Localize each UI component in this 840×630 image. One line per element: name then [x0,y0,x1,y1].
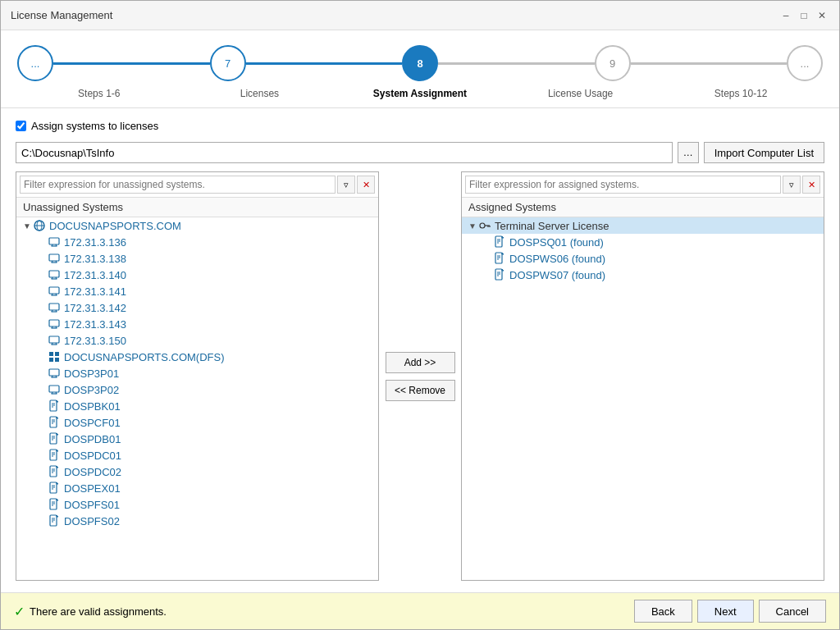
tree-toggle [482,254,493,263]
wizard-steps: ... 7 8 9 ... Steps 1-6 Lic [1,30,839,108]
steps-row: ... 7 8 9 ... [17,45,823,81]
tree-item-label: DOSP3P02 [64,384,119,396]
footer: ✓ There are valid assignments. Back Next… [1,592,839,629]
tree-item[interactable]: DOSPFS01 [16,496,378,513]
tree-item[interactable]: 172.31.3.142 [16,299,378,316]
tree-item-icon [48,285,61,298]
tree-item[interactable]: ▼DOCUSNAPSPORTS.COM [16,217,378,234]
path-row: … Import Computer List [16,142,824,163]
tree-item-label: 172.31.3.142 [64,302,126,314]
tree-item-label: Terminal Server License [495,220,609,232]
tree-item[interactable]: DOSPDB01 [16,431,378,447]
tree-toggle [36,402,48,411]
tree-item[interactable]: 172.31.3.150 [16,332,378,349]
svg-rect-39 [49,386,59,392]
tree-toggle [36,271,48,280]
path-browse-button[interactable]: … [678,142,699,163]
tree-item[interactable]: DOSPFS02 [16,513,378,529]
tree-item[interactable]: 172.31.3.140 [16,267,378,283]
tree-item-icon [493,268,506,281]
tree-toggle [482,238,493,247]
tree-item-label: DOSPSQ01 (found) [509,236,604,249]
tree-item[interactable]: DOSPSQ01 (found) [462,234,824,250]
assigned-panel: ▿ ✕ Assigned Systems ▼Terminal Server Li… [461,171,824,581]
step-2-label: Licenses [180,88,340,99]
tree-item-label: DOSPEX01 [64,482,121,495]
assigned-filter-button[interactable]: ▿ [783,176,801,194]
step-1-circle[interactable]: ... [17,45,53,81]
tree-item[interactable]: DOSPDC02 [16,463,378,480]
next-button[interactable]: Next [697,600,754,623]
window-controls: – □ ✕ [778,8,829,23]
tree-toggle [36,517,48,526]
close-button[interactable]: ✕ [815,8,829,23]
tree-item-icon [48,498,61,511]
tree-item[interactable]: DOSP3P02 [16,381,378,398]
step-3-circle[interactable]: 8 [402,45,438,81]
middle-buttons: Add >> << Remove [379,171,461,581]
tree-item-icon [48,514,61,527]
assign-label[interactable]: Assign systems to licenses [31,120,158,132]
path-input[interactable] [16,142,673,163]
tree-item[interactable]: 172.31.3.141 [16,283,378,299]
tree-item-icon [48,252,61,265]
tree-item[interactable]: DOSPBK01 [16,398,378,414]
footer-buttons: Back Next Cancel [634,600,826,623]
status-check-icon: ✓ [14,604,25,619]
tree-item-label: DOSPDC02 [64,466,121,478]
cancel-button[interactable]: Cancel [759,600,826,623]
remove-button[interactable]: << Remove [386,380,455,401]
unassigned-filter-clear-button[interactable]: ✕ [357,176,375,194]
tree-item[interactable]: ▼Terminal Server License [462,217,824,234]
svg-rect-33 [49,358,53,362]
panels: ▿ ✕ Unassigned Systems ▼DOCUSNAPSPORTS.C… [16,171,824,581]
tree-item-icon [48,383,61,396]
tree-item-icon [48,350,61,363]
tree-item[interactable]: DOSPDC01 [16,447,378,463]
assigned-tree[interactable]: ▼Terminal Server License DOSPSQ01 (found… [462,217,824,580]
tree-item-icon [48,334,61,347]
back-button[interactable]: Back [634,600,692,623]
tree-toggle [36,336,48,345]
tree-item-label: DOSPWS07 (found) [509,269,605,281]
import-computer-list-button[interactable]: Import Computer List [704,142,824,163]
tree-toggle [36,320,48,329]
status-text: There are valid assignments. [30,605,167,618]
step-4-circle[interactable]: 9 [595,45,631,81]
assigned-filter-clear-button[interactable]: ✕ [802,176,820,194]
step-5-circle[interactable]: ... [787,45,823,81]
tree-item[interactable]: 172.31.3.138 [16,250,378,267]
tree-item[interactable]: DOCUSNAPSPORTS.COM(DFS) [16,349,378,365]
unassigned-tree[interactable]: ▼DOCUSNAPSPORTS.COM 172.31.3.136 172.31.… [16,217,378,580]
tree-item-label: DOCUSNAPSPORTS.COM(DFS) [64,351,225,363]
svg-rect-3 [49,238,59,244]
tree-item[interactable]: DOSPWS06 (found) [462,250,824,267]
svg-rect-23 [49,320,59,326]
unassigned-filter-button[interactable]: ▿ [337,176,355,194]
unassigned-header: Unassigned Systems [16,198,378,217]
tree-item[interactable]: DOSPWS07 (found) [462,267,824,283]
tree-item[interactable]: DOSPEX01 [16,480,378,496]
tree-item[interactable]: DOSPCF01 [16,414,378,431]
unassigned-filter-input[interactable] [20,176,336,194]
tree-item[interactable]: 172.31.3.136 [16,234,378,250]
tree-item-label: 172.31.3.138 [64,253,126,265]
step-2-circle[interactable]: 7 [210,45,246,81]
restore-button[interactable]: □ [797,8,811,23]
tree-toggle [36,451,48,460]
tree-item[interactable]: DOSP3P01 [16,365,378,381]
minimize-button[interactable]: – [778,8,793,23]
tree-toggle [36,238,48,247]
tree-item[interactable]: 172.31.3.143 [16,316,378,332]
assign-checkbox[interactable] [16,121,26,131]
assigned-filter-input[interactable] [465,176,781,194]
svg-rect-31 [49,352,53,356]
tree-toggle [482,271,493,280]
tree-item-label: DOCUSNAPSPORTS.COM [49,220,181,232]
add-button[interactable]: Add >> [386,352,455,373]
tree-item-icon [48,432,61,445]
tree-toggle[interactable]: ▼ [21,221,33,231]
tree-toggle[interactable]: ▼ [467,221,478,231]
tree-item-icon [48,268,61,281]
svg-rect-34 [55,358,59,362]
